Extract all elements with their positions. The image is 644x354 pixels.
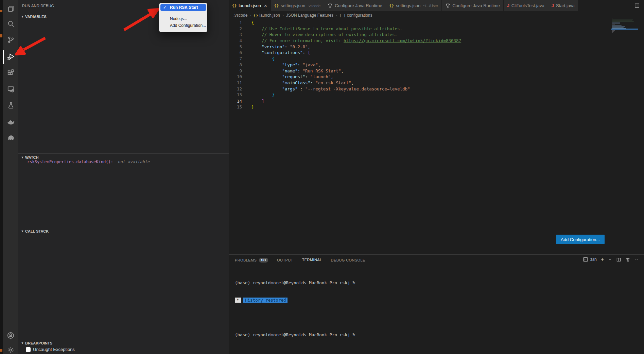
uncaught-exceptions-checkbox[interactable] [26,347,31,352]
split-editor-icon[interactable] [634,3,640,9]
terminal-icon [583,257,588,262]
line-number: 1 [229,20,242,26]
tab-configure-java-runtime[interactable]: Configure Java Runtime [442,0,503,11]
line-number: 6 [229,50,242,56]
gear-icon [7,346,15,354]
panel-tab-bar: PROBLEMS1K+OUTPUTTERMINALDEBUG CONSOLE [235,255,365,265]
sidebar-item-explorer[interactable] [3,3,18,16]
split-terminal-icon[interactable] [616,257,621,262]
panel-tab-output[interactable]: OUTPUT [277,255,293,265]
terminal-output[interactable]: (base) reynoldmorel@Reynolds-MacBook-Pro… [235,268,355,349]
minimap-current-line-bar [611,29,638,30]
activity-bar-settings-button[interactable] [3,344,18,354]
line-number: 10 [229,74,242,80]
sidebar-item-search[interactable] [3,18,18,31]
terminal-history-line: * History restored [235,297,355,303]
json-braces-icon: {} [389,3,394,8]
line-number: 4 [229,38,242,44]
text-cursor [265,99,265,104]
code-line-8: 8 "type": "java", [229,62,609,68]
check-icon: ✓ [163,4,166,11]
minimap[interactable] [612,18,636,33]
remote-explorer-icon [7,85,15,94]
menu-item-add-configuration[interactable]: Add Configuration... [160,22,206,29]
line-number: 13 [229,92,242,98]
breakpoint-item: Uncaught Exceptions [26,347,75,352]
breadcrumb-item[interactable]: JSON Language Features [286,13,333,18]
breadcrumb[interactable]: .vscode›{}launch.json›JSON Language Feat… [229,11,644,19]
panel-tab-debug-console[interactable]: DEBUG CONSOLE [331,255,365,265]
code-line-14: 14 ] [229,98,609,104]
line-number: 5 [229,44,242,50]
line-number: 15 [229,104,242,110]
chevron-down-icon: ▼ [20,156,25,159]
line-number: 7 [229,56,242,62]
activity-bar [3,0,18,354]
search-icon [7,20,15,29]
menu-separator [162,13,204,13]
code-editor[interactable]: 1{2 // Use IntelliSense to learn about p… [229,20,644,110]
line-number: 2 [229,26,242,32]
line-number: 9 [229,68,242,74]
sidebar-title: RUN AND DEBUG [22,4,54,8]
tab-settings-json[interactable]: {}settings.json~/.../User [386,0,442,11]
tab-clitoolstest-java[interactable]: JCliToolsTest.java [504,0,548,11]
tab-configure-java-runtime[interactable]: Configure Java Runtime [324,0,386,11]
code-line-2: 2 // Use IntelliSense to learn about pos… [229,26,609,32]
kill-terminal-trash-icon[interactable] [625,257,630,262]
close-icon[interactable]: × [264,3,267,9]
panel-actions: zsh + [583,256,639,263]
sidebar-item-source-control[interactable] [3,34,18,47]
menu-item-nodejs[interactable]: Node.js... [160,15,206,22]
sidebar-item-extensions[interactable] [3,66,18,80]
code-line-3: 3 // Hover to view descriptions of exist… [229,32,609,38]
code-line-12: 12 "args" : "--regtest -Xkeyvalue.dataso… [229,86,609,92]
line-number: 12 [229,86,242,92]
sidebar-item-docker[interactable] [3,115,18,129]
shell-name[interactable]: zsh [590,257,597,262]
add-configuration-button[interactable]: Add Configuration... [556,235,605,244]
tab-start-java[interactable]: JStart.java [548,0,578,11]
breadcrumb-item[interactable]: .vscode [233,13,247,18]
launch-profile-chevron-icon[interactable] [608,257,612,262]
editor-area: {}launch.json×{}settings.json.vscodeConf… [229,0,644,254]
code-line-13: 13 } [229,92,609,98]
vscode-window: RUN AND DEBUG ⚙ ⋯ ▼ VARIABLES ▼ WATCH rs… [0,0,644,354]
terminal-prompt-line: (base) reynoldmorel@Reynolds-MacBook-Pro… [235,332,355,338]
sidebar-item-remote-explorer[interactable] [3,83,18,97]
docker-whale-icon [7,117,15,127]
json-braces-icon: {} [232,3,237,8]
run-and-debug-sidebar: RUN AND DEBUG ⚙ ⋯ ▼ VARIABLES ▼ WATCH rs… [18,0,229,354]
json-braces-icon: {} [274,3,279,8]
code-line-10: 10 "request": "launch", [229,74,609,80]
chevron-down-icon: ▼ [20,341,25,345]
new-terminal-icon[interactable]: + [601,256,604,263]
menu-item-run-rsk-start[interactable]: ✓ Run RSK Start [160,4,206,11]
breadcrumb-item[interactable]: [ ]configurations [340,13,372,18]
sidebar-item-gradle[interactable] [3,132,18,145]
tab-launch-json[interactable]: {}launch.json× [229,0,271,11]
watch-expression[interactable]: rskSystemProperties.databaseKind(): not … [27,159,150,164]
breadcrumb-item[interactable]: {}launch.json [254,13,280,18]
sidebar-item-testing[interactable] [3,99,18,113]
java-runtime-cup-icon [445,3,450,8]
maximize-panel-chevron-icon[interactable] [634,257,639,262]
section-call-stack[interactable]: ▼ CALL STACK [18,227,229,235]
problems-count-badge: 1K+ [259,258,268,263]
java-file-icon: J [552,3,554,8]
section-breakpoints[interactable]: ▼ BREAKPOINTS [18,339,229,347]
chevron-down-icon: ▼ [20,230,25,233]
tab-settings-json[interactable]: {}settings.json.vscode [271,0,324,11]
java-file-icon: J [507,3,509,8]
panel-tab-problems[interactable]: PROBLEMS1K+ [235,255,268,265]
background-window-sliver [0,0,3,354]
account-icon [7,332,15,341]
code-line-1: 1{ [229,20,609,26]
panel-tab-terminal[interactable]: TERMINAL [302,255,322,265]
line-number: 8 [229,62,242,68]
sidebar-item-run-and-debug[interactable] [3,50,18,64]
terminal-prompt-line: (base) reynoldmorel@Reynolds-MacBook-Pro… [235,280,355,286]
extensions-icon [7,69,15,78]
code-line-5: 5 "version": "0.2.0", [229,44,609,50]
activity-bar-accounts-button[interactable] [3,329,18,343]
